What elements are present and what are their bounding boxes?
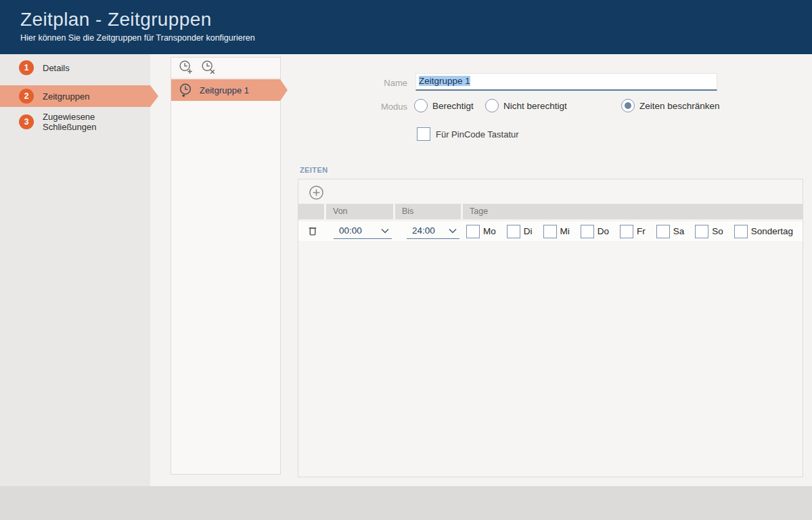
timegroup-toolbar (171, 58, 280, 79)
step-label: Zugewiesene Schließungen (43, 112, 150, 132)
day-checkbox[interactable] (695, 225, 708, 238)
radio-zeiten-beschraenken[interactable]: Zeiten beschränken (621, 99, 720, 112)
day-mi[interactable]: Mi (543, 225, 570, 238)
day-di[interactable]: Di (507, 225, 533, 238)
timegroup-list-panel: Zeitgruppe 1 (171, 57, 281, 475)
timegroup-item-label: Zeitgruppe 1 (200, 85, 249, 95)
step-zugewiesene-schliessungen[interactable]: 3 Zugewiesene Schließungen (0, 111, 150, 133)
day-label: Sa (673, 226, 685, 236)
radio-berechtigt[interactable]: Berechtigt (414, 99, 474, 112)
day-label: Mo (483, 226, 496, 236)
name-label: Name (365, 78, 407, 88)
zeiten-table-header: Von Bis Tage (298, 204, 803, 219)
day-checkbox[interactable] (734, 225, 748, 238)
wizard-header: Zeitplan - Zeitgruppen Hier können Sie d… (0, 0, 812, 54)
day-label: Di (524, 226, 533, 236)
radio-icon (621, 99, 635, 112)
header-cell-empty (298, 204, 324, 219)
radio-icon (485, 99, 499, 112)
step-number-badge: 2 (19, 89, 34, 104)
pincode-checkbox[interactable] (417, 127, 430, 141)
add-timegroup-button[interactable] (177, 59, 195, 77)
page-title: Zeitplan - Zeitgruppen (20, 9, 812, 30)
day-sondertag[interactable]: Sondertag (734, 225, 793, 238)
day-checkbox-group: Mo Di Mi Do Fr Sa So Sondertag (466, 221, 793, 241)
bis-time-dropdown[interactable]: 24:00 (407, 223, 459, 239)
modus-label: Modus (365, 102, 407, 112)
chevron-down-icon (381, 228, 389, 234)
day-checkbox[interactable] (466, 225, 480, 238)
trash-icon (306, 224, 321, 238)
add-time-row-button[interactable] (309, 184, 325, 200)
day-label: Mi (560, 226, 570, 236)
step-label: Zeitgruppen (43, 91, 89, 102)
header-cell-bis: Bis (395, 204, 461, 219)
name-input-value: Zeitgruppe 1 (419, 76, 470, 86)
radio-label: Zeiten beschränken (639, 101, 720, 111)
day-label: So (712, 226, 723, 236)
radio-nicht-berechtigt[interactable]: Nicht berechtigt (485, 99, 567, 112)
day-checkbox[interactable] (543, 225, 557, 238)
day-do[interactable]: Do (581, 225, 609, 238)
day-label: Do (597, 226, 609, 236)
day-checkbox[interactable] (620, 225, 633, 238)
header-cell-von: Von (326, 204, 393, 219)
step-zeitgruppen[interactable]: 2 Zeitgruppen (0, 85, 150, 107)
step-label: Details (43, 63, 70, 73)
step-details[interactable]: 1 Details (0, 57, 150, 79)
bis-time-value: 24:00 (412, 225, 435, 236)
clock-add-icon (178, 60, 194, 76)
radio-label: Berechtigt (432, 101, 474, 111)
plus-circle-icon (309, 185, 325, 200)
day-label: Fr (637, 226, 646, 236)
timegroup-clock-icon (178, 83, 193, 98)
day-fr[interactable]: Fr (620, 225, 646, 238)
step-number-badge: 3 (19, 114, 34, 129)
von-time-value: 00:00 (339, 225, 362, 236)
zeiten-panel: Von Bis Tage 00:00 24:00 Mo (298, 179, 803, 477)
radio-icon (414, 99, 428, 112)
time-row: 00:00 24:00 Mo Di Mi Do Fr Sa So Sondert… (298, 221, 803, 241)
page-subtitle: Hier können Sie die Zeitgruppen für Tran… (20, 33, 812, 43)
day-checkbox[interactable] (656, 225, 670, 238)
header-cell-tage: Tage (463, 204, 803, 219)
pincode-checkbox-row[interactable]: Für PinCode Tastatur (417, 127, 519, 141)
von-time-dropdown[interactable]: 00:00 (334, 223, 392, 239)
wizard-footer: Weiteres Objekt erstellen < Zurück Weite… (0, 486, 812, 520)
remove-timegroup-button[interactable] (200, 59, 217, 77)
name-input[interactable]: Zeitgruppe 1 (415, 73, 717, 91)
radio-label: Nicht berechtigt (503, 101, 567, 111)
delete-time-row-button[interactable] (306, 223, 321, 238)
pincode-checkbox-label: Für PinCode Tastatur (436, 129, 519, 139)
day-so[interactable]: So (695, 225, 723, 238)
day-sa[interactable]: Sa (656, 225, 685, 238)
zeiten-section-label: ZEITEN (300, 166, 328, 174)
timegroup-list-item[interactable]: Zeitgruppe 1 (171, 79, 280, 101)
day-label: Sondertag (751, 226, 793, 236)
chevron-down-icon (449, 228, 457, 234)
clock-remove-icon (200, 60, 217, 76)
day-mo[interactable]: Mo (466, 225, 496, 238)
wizard-step-sidebar: 1 Details 2 Zeitgruppen 3 Zugewiesene Sc… (0, 54, 150, 486)
day-checkbox[interactable] (507, 225, 520, 238)
day-checkbox[interactable] (581, 225, 594, 238)
step-number-badge: 1 (19, 60, 34, 75)
